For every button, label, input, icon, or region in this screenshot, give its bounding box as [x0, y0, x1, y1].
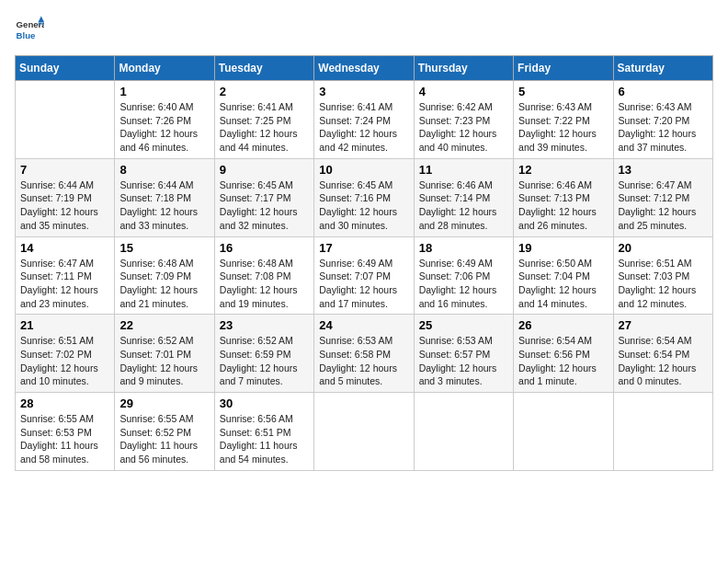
calendar-week-row: 28Sunrise: 6:55 AMSunset: 6:53 PMDayligh… [16, 393, 713, 471]
calendar-week-row: 1Sunrise: 6:40 AMSunset: 7:26 PMDaylight… [16, 81, 713, 159]
calendar-cell: 11Sunrise: 6:46 AMSunset: 7:14 PMDayligh… [414, 158, 513, 236]
day-info: Sunrise: 6:56 AMSunset: 6:51 PMDaylight:… [220, 412, 309, 466]
day-number: 6 [619, 85, 708, 98]
calendar-cell: 5Sunrise: 6:43 AMSunset: 7:22 PMDaylight… [514, 81, 613, 159]
calendar-cell [314, 393, 414, 471]
calendar-cell: 6Sunrise: 6:43 AMSunset: 7:20 PMDaylight… [613, 81, 712, 159]
calendar-cell: 29Sunrise: 6:55 AMSunset: 6:52 PMDayligh… [115, 393, 214, 471]
calendar-cell: 9Sunrise: 6:45 AMSunset: 7:17 PMDaylight… [214, 158, 313, 236]
day-number: 7 [20, 163, 109, 177]
calendar-cell: 26Sunrise: 6:54 AMSunset: 6:56 PMDayligh… [514, 315, 613, 393]
day-number: 29 [119, 396, 209, 410]
day-number: 9 [220, 163, 309, 177]
day-info: Sunrise: 6:44 AMSunset: 7:19 PMDaylight:… [20, 178, 109, 233]
page-header: General Blue [15, 15, 713, 44]
calendar-cell: 10Sunrise: 6:45 AMSunset: 7:16 PMDayligh… [314, 158, 414, 236]
calendar-cell: 12Sunrise: 6:46 AMSunset: 7:13 PMDayligh… [514, 158, 613, 236]
calendar-cell: 2Sunrise: 6:41 AMSunset: 7:25 PMDaylight… [214, 81, 313, 159]
day-number: 17 [319, 241, 408, 255]
day-info: Sunrise: 6:53 AMSunset: 6:57 PMDaylight:… [419, 334, 508, 388]
day-number: 22 [119, 318, 209, 332]
day-info: Sunrise: 6:53 AMSunset: 6:58 PMDaylight:… [319, 334, 408, 388]
day-number: 27 [619, 318, 708, 332]
calendar-cell: 1Sunrise: 6:40 AMSunset: 7:26 PMDaylight… [115, 81, 214, 159]
calendar-cell: 18Sunrise: 6:49 AMSunset: 7:06 PMDayligh… [414, 236, 513, 315]
logo-icon: General Blue [15, 15, 44, 44]
calendar-cell: 23Sunrise: 6:52 AMSunset: 6:59 PMDayligh… [214, 315, 313, 393]
svg-text:Blue: Blue [17, 30, 36, 40]
calendar-cell [613, 393, 712, 471]
day-info: Sunrise: 6:42 AMSunset: 7:23 PMDaylight:… [419, 100, 508, 155]
calendar-cell: 30Sunrise: 6:56 AMSunset: 6:51 PMDayligh… [214, 393, 313, 471]
calendar-table: SundayMondayTuesdayWednesdayThursdayFrid… [15, 55, 713, 471]
calendar-week-row: 7Sunrise: 6:44 AMSunset: 7:19 PMDaylight… [16, 158, 713, 236]
calendar-cell: 25Sunrise: 6:53 AMSunset: 6:57 PMDayligh… [414, 315, 513, 393]
day-info: Sunrise: 6:55 AMSunset: 6:53 PMDaylight:… [20, 412, 109, 466]
day-number: 3 [319, 85, 408, 98]
weekday-header-tuesday: Tuesday [214, 56, 313, 81]
calendar-cell: 14Sunrise: 6:47 AMSunset: 7:11 PMDayligh… [16, 236, 115, 315]
calendar-cell [414, 393, 513, 471]
calendar-week-row: 14Sunrise: 6:47 AMSunset: 7:11 PMDayligh… [16, 236, 713, 315]
calendar-cell: 19Sunrise: 6:50 AMSunset: 7:04 PMDayligh… [514, 236, 613, 315]
day-info: Sunrise: 6:40 AMSunset: 7:26 PMDaylight:… [119, 100, 209, 155]
day-number: 18 [419, 241, 508, 255]
day-info: Sunrise: 6:47 AMSunset: 7:12 PMDaylight:… [619, 178, 708, 233]
day-number: 1 [119, 85, 209, 98]
day-number: 13 [619, 163, 708, 177]
day-info: Sunrise: 6:46 AMSunset: 7:14 PMDaylight:… [419, 178, 508, 233]
calendar-cell: 4Sunrise: 6:42 AMSunset: 7:23 PMDaylight… [414, 81, 513, 159]
day-number: 26 [518, 318, 608, 332]
calendar-header-row: SundayMondayTuesdayWednesdayThursdayFrid… [16, 56, 713, 81]
day-number: 20 [619, 241, 708, 255]
day-number: 11 [419, 163, 508, 177]
day-info: Sunrise: 6:52 AMSunset: 7:01 PMDaylight:… [119, 334, 209, 388]
weekday-header-wednesday: Wednesday [314, 56, 414, 81]
day-number: 25 [419, 318, 508, 332]
calendar-cell: 17Sunrise: 6:49 AMSunset: 7:07 PMDayligh… [314, 236, 414, 315]
day-info: Sunrise: 6:46 AMSunset: 7:13 PMDaylight:… [518, 178, 608, 233]
day-number: 8 [119, 163, 209, 177]
day-info: Sunrise: 6:49 AMSunset: 7:07 PMDaylight:… [319, 257, 408, 311]
day-info: Sunrise: 6:45 AMSunset: 7:16 PMDaylight:… [319, 178, 408, 233]
weekday-header-saturday: Saturday [613, 56, 712, 81]
calendar-cell: 20Sunrise: 6:51 AMSunset: 7:03 PMDayligh… [613, 236, 712, 315]
day-info: Sunrise: 6:45 AMSunset: 7:17 PMDaylight:… [220, 178, 309, 233]
day-number: 15 [119, 241, 209, 255]
day-number: 10 [319, 163, 408, 177]
day-number: 28 [20, 396, 109, 410]
calendar-week-row: 21Sunrise: 6:51 AMSunset: 7:02 PMDayligh… [16, 315, 713, 393]
day-info: Sunrise: 6:43 AMSunset: 7:22 PMDaylight:… [518, 100, 608, 155]
calendar-cell [16, 81, 115, 159]
svg-marker-3 [39, 22, 44, 25]
day-info: Sunrise: 6:51 AMSunset: 7:02 PMDaylight:… [20, 334, 109, 388]
day-info: Sunrise: 6:50 AMSunset: 7:04 PMDaylight:… [518, 257, 608, 311]
calendar-cell: 22Sunrise: 6:52 AMSunset: 7:01 PMDayligh… [115, 315, 214, 393]
weekday-header-thursday: Thursday [414, 56, 513, 81]
calendar-cell: 28Sunrise: 6:55 AMSunset: 6:53 PMDayligh… [16, 393, 115, 471]
day-info: Sunrise: 6:43 AMSunset: 7:20 PMDaylight:… [619, 100, 708, 155]
calendar-cell: 15Sunrise: 6:48 AMSunset: 7:09 PMDayligh… [115, 236, 214, 315]
day-number: 19 [518, 241, 608, 255]
day-info: Sunrise: 6:52 AMSunset: 6:59 PMDaylight:… [220, 334, 309, 388]
day-number: 14 [20, 241, 109, 255]
calendar-cell: 8Sunrise: 6:44 AMSunset: 7:18 PMDaylight… [115, 158, 214, 236]
calendar-cell: 7Sunrise: 6:44 AMSunset: 7:19 PMDaylight… [16, 158, 115, 236]
day-info: Sunrise: 6:48 AMSunset: 7:08 PMDaylight:… [220, 257, 309, 311]
calendar-cell: 21Sunrise: 6:51 AMSunset: 7:02 PMDayligh… [16, 315, 115, 393]
day-number: 21 [20, 318, 109, 332]
day-number: 4 [419, 85, 508, 98]
calendar-cell: 13Sunrise: 6:47 AMSunset: 7:12 PMDayligh… [613, 158, 712, 236]
day-info: Sunrise: 6:41 AMSunset: 7:24 PMDaylight:… [319, 100, 408, 155]
weekday-header-friday: Friday [514, 56, 613, 81]
day-info: Sunrise: 6:49 AMSunset: 7:06 PMDaylight:… [419, 257, 508, 311]
day-number: 2 [220, 85, 309, 98]
day-info: Sunrise: 6:41 AMSunset: 7:25 PMDaylight:… [220, 100, 309, 155]
calendar-cell [514, 393, 613, 471]
weekday-header-monday: Monday [115, 56, 214, 81]
logo: General Blue [15, 15, 44, 44]
calendar-body: 1Sunrise: 6:40 AMSunset: 7:26 PMDaylight… [16, 81, 713, 471]
weekday-header-sunday: Sunday [16, 56, 115, 81]
day-info: Sunrise: 6:51 AMSunset: 7:03 PMDaylight:… [619, 257, 708, 311]
day-info: Sunrise: 6:54 AMSunset: 6:54 PMDaylight:… [619, 334, 708, 388]
